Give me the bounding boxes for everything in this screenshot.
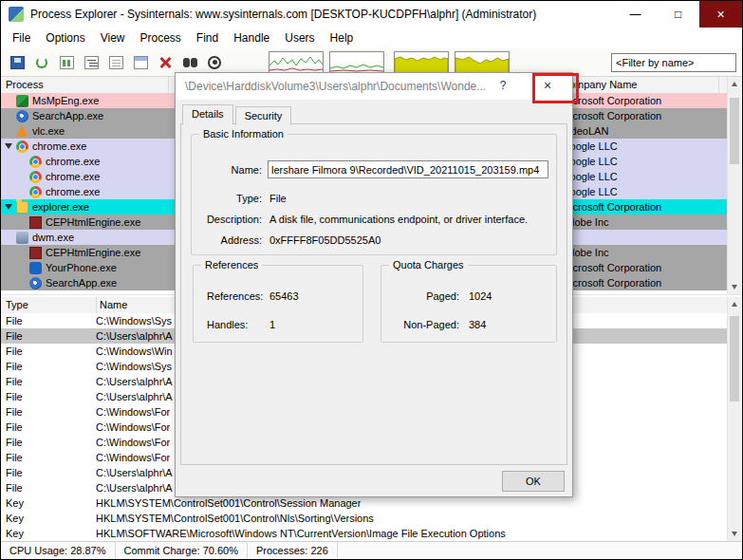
handle-type: File <box>1 376 96 387</box>
group-label-basic: Basic Information <box>199 128 288 140</box>
details-tab-page: Basic Information Name: lershare Filmora… <box>180 123 567 465</box>
handle-row[interactable]: KeyHKLM\SYSTEM\ControlSet001\Control\Nls… <box>1 511 727 526</box>
refresh-button[interactable] <box>30 51 53 74</box>
handle-name: C:\Users\alphr\A <box>96 330 173 342</box>
dialog-help-button[interactable]: ? <box>492 79 513 92</box>
menu-process[interactable]: Process <box>133 28 189 47</box>
search-icon <box>29 277 42 289</box>
filter-input[interactable] <box>611 53 736 72</box>
tree-icon <box>84 56 99 69</box>
binoculars-icon <box>183 56 197 69</box>
handle-type: File <box>1 361 96 372</box>
scrollbar-thumb[interactable] <box>730 98 739 164</box>
handle-type: File <box>1 452 96 463</box>
cpu-usage-graph[interactable] <box>269 51 324 74</box>
page-icon <box>109 56 123 69</box>
scroll-down-icon[interactable] <box>728 527 741 541</box>
handle-type: File <box>1 315 96 327</box>
type-label: Type: <box>199 193 262 204</box>
menu-users[interactable]: Users <box>277 28 322 47</box>
process-name: chrome.exe <box>46 186 100 197</box>
nonpaged-label: Non-Paged: <box>391 319 459 330</box>
handle-row[interactable]: KeyHKLM\SOFTWARE\Microsoft\Windows NT\Cu… <box>1 526 727 541</box>
handles-value: 1 <box>269 319 275 330</box>
close-button[interactable]: × <box>699 1 742 28</box>
handle-row[interactable]: KeyHKLM\SYSTEM\ControlSet001\Control\Ses… <box>1 495 727 511</box>
menu-file[interactable]: File <box>5 28 38 47</box>
address-label: Address: <box>199 234 262 246</box>
address-value: 0xFFFF8F05DD5525A0 <box>269 234 381 246</box>
process-tree-button[interactable] <box>80 51 102 74</box>
scrollbar-thumb[interactable] <box>730 316 739 401</box>
handles-label: Handles: <box>207 319 248 330</box>
find-window-button[interactable] <box>203 51 226 74</box>
scroll-up-icon[interactable] <box>728 77 741 91</box>
tab-security[interactable]: Security <box>235 106 292 125</box>
references-group: References References: 65463 Handles: 1 <box>193 265 363 343</box>
ok-button[interactable]: OK <box>502 471 565 492</box>
column-header-type[interactable]: Type <box>6 299 28 310</box>
find-handle-button[interactable] <box>178 51 201 74</box>
minimize-button[interactable]: — <box>614 1 657 28</box>
name-value: lershare Filmora 9\Recorded\VID_20211015… <box>271 164 539 176</box>
io-history-graph[interactable] <box>455 51 510 74</box>
process-name: CEPHtmlEngine.exe <box>46 247 140 258</box>
nonpaged-value: 384 <box>469 319 486 330</box>
column-header-name[interactable]: Name <box>100 299 127 310</box>
dialog-title: \Device\HarddiskVolume3\Users\alphr\Docu… <box>185 80 486 93</box>
toolbar-buttons <box>5 51 227 74</box>
maximize-button[interactable]: □ <box>657 1 699 28</box>
cep-icon <box>29 247 42 259</box>
name-field[interactable]: lershare Filmora 9\Recorded\VID_20211015… <box>268 160 548 178</box>
company-name: Microsoft Corporation <box>562 277 661 289</box>
scroll-up-icon[interactable] <box>728 297 741 311</box>
description-label: Description: <box>199 214 262 225</box>
menu-handle[interactable]: Handle <box>226 28 277 47</box>
floppy-icon <box>10 56 25 69</box>
title-bar[interactable]: Process Explorer - Sysinternals: www.sys… <box>1 1 742 28</box>
cpu-history-graph[interactable] <box>329 51 384 74</box>
column-header-process[interactable]: Process <box>6 79 44 90</box>
handle-scrollbar[interactable] <box>727 297 741 541</box>
menu-bar: FileOptionsViewProcessFindHandleUsersHel… <box>1 28 742 48</box>
expander-icon[interactable] <box>5 143 12 149</box>
handle-type: File <box>1 330 96 342</box>
save-button[interactable] <box>6 51 28 74</box>
annotation-red-box <box>532 73 579 103</box>
handle-name: C:\Users\alphr\A <box>96 482 173 494</box>
references-label: References: <box>207 290 263 302</box>
handle-type: Key <box>1 513 96 524</box>
scroll-down-icon[interactable] <box>728 280 741 294</box>
menu-find[interactable]: Find <box>189 28 226 47</box>
process-name: MsMpEng.exe <box>32 95 99 106</box>
dialog-tabs: Details Security <box>182 106 293 125</box>
process-scrollbar[interactable] <box>727 77 741 294</box>
chrome-icon <box>29 186 42 198</box>
column-divider[interactable] <box>96 297 97 313</box>
window-controls: — □ × <box>614 1 742 28</box>
handle-name: C:\Windows\Sys <box>96 361 172 372</box>
expander-icon[interactable] <box>5 204 12 210</box>
handle-type: Key <box>1 497 96 509</box>
handle-type: Key <box>1 528 96 539</box>
dialog-title-bar[interactable]: \Device\HarddiskVolume3\Users\alphr\Docu… <box>176 73 572 100</box>
handle-type: File <box>1 406 96 418</box>
commit-history-graph[interactable] <box>394 51 449 74</box>
type-value: File <box>269 193 287 204</box>
process-name: SearchApp.exe <box>32 110 103 121</box>
properties-button[interactable] <box>129 51 152 74</box>
handle-name: C:\Users\alphr\A <box>96 467 173 478</box>
dll-view-button[interactable] <box>104 51 127 74</box>
status-commit-charge: Commit Charge: 70.60% <box>116 542 248 559</box>
column-divider[interactable] <box>168 77 169 93</box>
menu-view[interactable]: View <box>93 28 133 47</box>
kill-process-button[interactable] <box>154 51 176 74</box>
menu-options[interactable]: Options <box>38 28 92 47</box>
process-name: explorer.exe <box>32 201 89 213</box>
menu-help[interactable]: Help <box>323 28 362 47</box>
system-info-button[interactable] <box>55 51 78 74</box>
tab-details[interactable]: Details <box>182 104 233 125</box>
column-divider[interactable] <box>718 77 719 93</box>
chrome-icon <box>29 171 42 183</box>
red-x-icon <box>158 56 173 69</box>
